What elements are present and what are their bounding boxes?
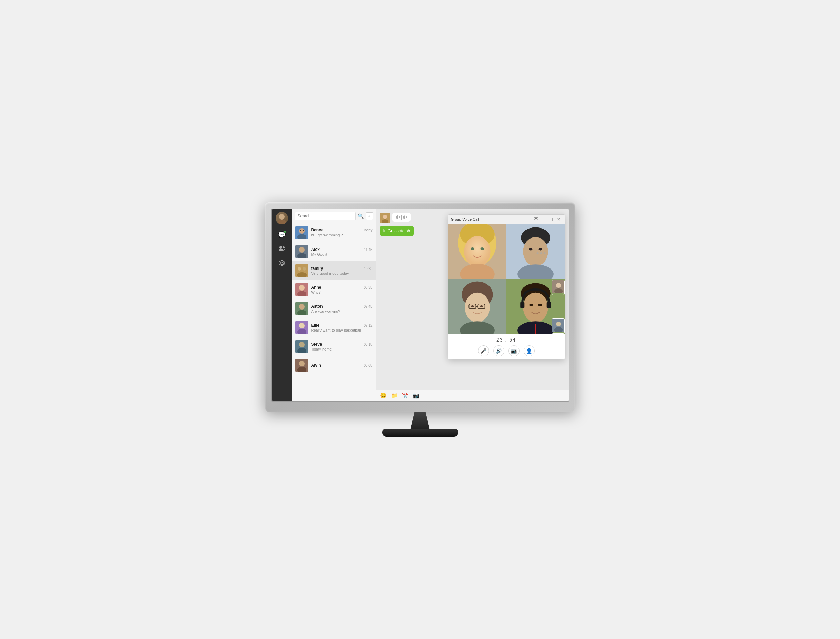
call-grid — [448, 224, 565, 334]
alvin-avatar — [295, 359, 308, 372]
chat-info: Aston 07:45 Are you working? — [311, 304, 373, 313]
add-participant-button[interactable]: 👤 — [524, 345, 535, 356]
svg-point-10 — [303, 229, 304, 231]
list-item[interactable]: Ellie 07:12 Really want to play basketba… — [292, 318, 376, 337]
message-preview: Are you working? — [311, 309, 373, 313]
apps-icon — [278, 259, 285, 268]
svg-point-31 — [299, 361, 304, 366]
monitor-bezel: 💬 — [265, 202, 575, 412]
contact-name: Bence — [311, 227, 324, 232]
svg-point-7 — [299, 228, 304, 234]
chat-info: family 10:23 Very good mood today — [311, 266, 373, 275]
aston-avatar — [295, 302, 308, 315]
mute-button[interactable]: 🎤 — [478, 345, 489, 356]
svg-point-45 — [523, 237, 548, 266]
message-preview: Really want to play basketball — [311, 328, 373, 332]
small-participant-1 — [551, 280, 565, 295]
svg-point-16 — [303, 267, 306, 270]
svg-point-48 — [536, 252, 539, 254]
message-time: 10:23 — [363, 267, 372, 270]
close-button[interactable]: × — [556, 216, 562, 222]
avatar — [295, 264, 308, 277]
avatar — [295, 226, 308, 239]
svg-point-3 — [282, 246, 285, 248]
svg-point-41 — [480, 248, 484, 250]
message-time: Today — [363, 228, 373, 232]
svg-point-49 — [540, 252, 542, 254]
svg-point-2 — [279, 246, 282, 249]
svg-marker-5 — [281, 262, 283, 265]
call-controls: 🎤 🔊 📷 👤 — [451, 345, 561, 356]
sidebar-item-apps[interactable] — [276, 258, 287, 269]
camera-button[interactable]: 📷 — [413, 392, 420, 399]
svg-point-50 — [544, 252, 545, 254]
message-time: 08:35 — [363, 286, 372, 289]
svg-point-71 — [556, 283, 561, 288]
chat-toolbar: 😊 📁 ✂️ 📷 — [376, 390, 569, 401]
svg-rect-65 — [547, 302, 551, 308]
message-bubble: In Gu conta oh — [380, 226, 414, 236]
svg-point-40 — [470, 248, 474, 250]
sidebar: 💬 — [272, 209, 292, 401]
search-button[interactable]: 🔍 — [358, 213, 363, 219]
svg-point-34 — [383, 215, 387, 219]
pin-button[interactable]: 本 — [533, 216, 539, 222]
list-item[interactable]: family 10:23 Very good mood today — [292, 261, 376, 280]
svg-point-28 — [299, 342, 304, 347]
svg-point-63 — [523, 292, 548, 323]
voice-call-window: Group Voice Call 本 — □ × — [448, 215, 565, 359]
message-row — [380, 213, 411, 223]
svg-point-47 — [539, 248, 542, 250]
chat-info: Alex 11:45 My God it — [311, 247, 373, 256]
search-bar: 🔍 + — [292, 209, 376, 223]
call-title: Group Voice Call — [451, 217, 480, 221]
folder-button[interactable]: 📁 — [391, 392, 398, 399]
svg-rect-64 — [520, 302, 524, 308]
ellie-avatar — [295, 321, 308, 334]
chat-info: Steve 05:18 Today home — [311, 342, 373, 351]
svg-point-54 — [465, 292, 489, 323]
sidebar-item-contacts[interactable] — [276, 244, 287, 255]
svg-point-19 — [299, 285, 304, 291]
video-button[interactable]: 📷 — [508, 345, 520, 356]
avatar[interactable] — [276, 212, 288, 224]
contact-name: Anne — [311, 285, 322, 290]
search-input[interactable] — [295, 212, 355, 220]
speaker-button[interactable]: 🔊 — [493, 345, 504, 356]
contact-name: Alex — [311, 247, 320, 252]
list-item[interactable]: Aston 07:45 Are you working? — [292, 299, 376, 318]
svg-point-66 — [529, 304, 532, 307]
steve-avatar — [295, 340, 308, 353]
message-time: 07:45 — [363, 305, 372, 308]
family-avatar — [295, 264, 308, 277]
scissors-button[interactable]: ✂️ — [402, 392, 409, 399]
chat-list: Bence Today hi，go swimming？ — [292, 223, 376, 401]
svg-point-1 — [278, 219, 286, 224]
svg-point-22 — [299, 304, 304, 310]
message-avatar — [380, 213, 390, 223]
svg-point-9 — [300, 229, 301, 231]
chat-info: Ellie 07:12 Really want to play basketba… — [311, 323, 373, 332]
message-preview: hi，go swimming？ — [311, 233, 373, 238]
call-bottom: 23 : 54 🎤 🔊 📷 👤 — [448, 334, 565, 359]
emoji-button[interactable]: 😊 — [380, 392, 387, 399]
minimize-button[interactable]: — — [540, 216, 547, 222]
list-item[interactable]: Bence Today hi，go swimming？ — [292, 223, 376, 242]
call-participant-1 — [448, 224, 507, 279]
monitor-stand-neck — [406, 412, 434, 429]
avatar — [295, 283, 308, 296]
chat-info: Anne 08:35 Why? — [311, 285, 373, 294]
maximize-button[interactable]: □ — [548, 216, 555, 222]
message-preview: Today home — [311, 347, 373, 351]
add-contact-button[interactable]: + — [366, 212, 373, 220]
list-item[interactable]: Alvin 05:08 — [292, 356, 376, 375]
message-preview: Very good mood today — [311, 271, 373, 275]
call-timer: 23 : 54 — [451, 337, 561, 343]
contacts-icon — [278, 245, 285, 254]
sidebar-item-chat[interactable]: 💬 — [276, 229, 287, 240]
message-time: 07:12 — [363, 324, 372, 327]
list-item[interactable]: Steve 05:18 Today home — [292, 337, 376, 356]
list-item[interactable]: Alex 11:45 My God it — [292, 242, 376, 261]
list-item[interactable]: Anne 08:35 Why? — [292, 280, 376, 299]
call-participant-3 — [448, 279, 507, 334]
